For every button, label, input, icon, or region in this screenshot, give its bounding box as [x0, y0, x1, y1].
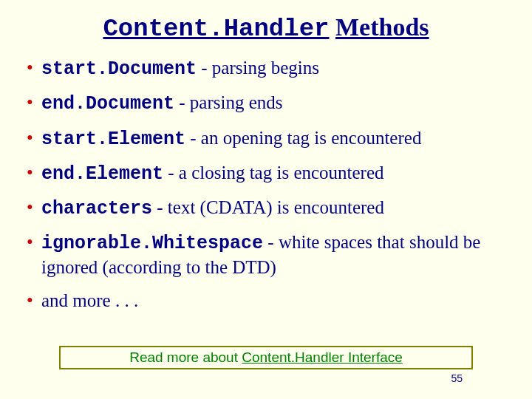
title-classname: Content.Handler	[103, 15, 329, 43]
list-item: start.Element - an opening tag is encoun…	[27, 126, 510, 151]
read-more-link[interactable]: Content.Handler Interface	[242, 349, 403, 365]
method-name: end.Document	[41, 93, 174, 115]
title-word: Methods	[335, 13, 429, 41]
method-name: start.Element	[41, 129, 185, 150]
and-more-text: and more . . .	[41, 290, 138, 310]
list-item-and-more: and more . . .	[27, 289, 510, 312]
method-desc: - parsing ends	[174, 92, 283, 112]
method-desc: - a closing tag is encountered	[163, 163, 384, 183]
page-number: 55	[451, 372, 463, 384]
list-item: end.Document - parsing ends	[27, 91, 510, 115]
list-item: start.Document - parsing begins	[27, 56, 510, 81]
method-name: ignorable.Whitespace	[41, 233, 263, 254]
list-item: ignorable.Whitespace - white spaces that…	[27, 231, 510, 279]
method-desc: - text (CDATA) is encountered	[152, 197, 384, 217]
list-item: characters - text (CDATA) is encountered	[27, 196, 510, 220]
list-item: end.Element - a closing tag is encounter…	[27, 161, 510, 185]
read-more-box: Read more about Content.Handler Interfac…	[59, 346, 473, 369]
slide-title: Content.Handler Methods	[22, 13, 510, 43]
method-name: start.Document	[41, 58, 197, 80]
method-name: characters	[41, 198, 152, 219]
method-desc: - parsing begins	[197, 58, 319, 78]
method-list: start.Document - parsing begins end.Docu…	[22, 56, 510, 312]
read-more-prefix: Read more about	[129, 349, 242, 365]
slide: Content.Handler Methods start.Document -…	[0, 0, 532, 399]
method-name: end.Element	[41, 163, 163, 185]
method-desc: - an opening tag is encountered	[185, 128, 421, 148]
